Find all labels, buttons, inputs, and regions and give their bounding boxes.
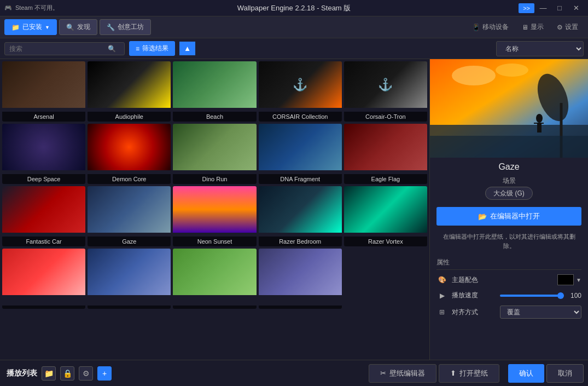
speed-value: 100 <box>565 292 581 299</box>
preview-title: Gaze <box>430 158 588 176</box>
filter-button[interactable]: ≡ 筛选结果 <box>129 41 175 56</box>
wall-label-demoncore: Demon Core <box>88 174 171 184</box>
installed-icon: 📁 <box>11 24 20 31</box>
wall-thumb-audiophile <box>88 61 171 108</box>
wall-thumb-arsenal <box>2 61 85 108</box>
color-dropdown-arrow[interactable]: ▼ <box>576 277 581 283</box>
wall-label-razervortex: Razer Vortex <box>344 237 427 246</box>
open-wallpaper-label: 打开壁纸 <box>459 368 488 378</box>
wall-label-razer: Razer Bedroom <box>259 237 342 246</box>
playlist-gear-button[interactable]: ⚙ <box>79 366 93 381</box>
scissors-icon: ✂ <box>380 369 386 377</box>
wallpaper-editor-label: 壁纸编辑器 <box>389 368 425 378</box>
svg-rect-5 <box>537 123 542 132</box>
display-button[interactable]: 🖥 显示 <box>516 20 549 34</box>
skip-button[interactable]: >> <box>519 3 534 13</box>
wall-thumb-row4c <box>173 249 256 295</box>
speed-fill <box>500 295 561 297</box>
speed-thumb[interactable] <box>557 292 564 299</box>
close-button[interactable]: ✕ <box>568 2 584 14</box>
theme-color-row: 🎨 主题配色 ▼ <box>436 274 581 285</box>
settings-button[interactable]: ⚙ 设置 <box>551 20 584 34</box>
wall-thumb-dinorun <box>173 124 256 170</box>
wallpaper-item-arsenal[interactable]: Arsenal <box>2 61 85 122</box>
confirm-button[interactable]: 确认 <box>508 364 544 383</box>
wallpaper-item-row4c[interactable] <box>173 249 256 309</box>
wallpaper-item-audiophile[interactable]: Audiophile <box>88 61 171 122</box>
wallpaper-item-gaze[interactable]: Gaze <box>88 186 171 246</box>
wall-thumb-demoncore <box>88 124 171 170</box>
wallpaper-item-corsair[interactable]: iCUE ENABLED ⚓ CORSAIR Collection <box>259 61 342 122</box>
mobile-icon: 📱 <box>472 24 480 31</box>
right-panel: Gaze 场景 大众级 (G) 📂 在编辑器中打开 在编辑器中打开此壁纸，以对其… <box>429 59 588 360</box>
wallpaper-editor-button[interactable]: ✂ 壁纸编辑器 <box>369 364 436 383</box>
wallpaper-item-dna[interactable]: DNA Fragment <box>259 124 342 184</box>
wall-label-gaze: Gaze <box>88 237 171 246</box>
wallpaper-item-row4d[interactable] <box>259 249 342 309</box>
wall-label-corsair2: Corsair-O-Tron <box>344 112 427 122</box>
mobile-button[interactable]: 📱 移动设备 <box>467 20 514 34</box>
wallpaper-item-deepspace[interactable]: Deep Space <box>2 124 85 184</box>
wall-label-dinorun: Dino Run <box>173 174 256 184</box>
wall-label-row4b <box>88 306 171 309</box>
wallpaper-item-row4b[interactable] <box>88 249 171 309</box>
wallpaper-item-dinorun[interactable]: Dino Run <box>173 124 256 184</box>
speed-slider[interactable] <box>500 295 561 297</box>
wall-label-neonsunset: Neon Sunset <box>173 237 256 246</box>
workshop-button[interactable]: 🔧 创意工坊 <box>100 19 151 35</box>
installed-button[interactable]: 📁 已安装 ▼ <box>4 19 57 35</box>
minimize-button[interactable]: — <box>535 2 551 14</box>
speed-label: 播放速度 <box>452 291 496 300</box>
open-wallpaper-button[interactable]: ⬆ 打开壁纸 <box>439 364 499 383</box>
wallpaper-item-beach[interactable]: Beach <box>173 61 256 122</box>
wallpaper-item-demoncore[interactable]: Demon Core <box>88 124 171 184</box>
wall-thumb-razervortex <box>344 186 427 233</box>
playlist-add-button[interactable]: + <box>97 366 112 381</box>
playlist-folder-button[interactable]: 📁 <box>42 366 56 381</box>
wall-thumb-row4d <box>259 249 342 295</box>
align-select[interactable]: 覆盖 <box>500 306 581 319</box>
wall-label-row4d <box>259 306 342 309</box>
title-bar: 🎮 Steam 不可用。 Wallpaper Engine 2.2.18 - S… <box>0 0 588 16</box>
color-swatch[interactable] <box>557 274 574 285</box>
installed-label: 已安装 <box>22 22 42 32</box>
wallpaper-item-neonsunset[interactable]: Neon Sunset <box>173 186 256 246</box>
sort-select[interactable]: 名称 <box>496 41 584 56</box>
align-row: ⊞ 对齐方式 覆盖 <box>436 306 581 319</box>
wallpaper-item-fantasticcar[interactable]: Fantastic Car <box>2 186 85 246</box>
filter-arrow-button[interactable]: ▲ <box>179 42 195 55</box>
svg-point-9 <box>496 64 528 77</box>
bottom-actions: ✂ 壁纸编辑器 ⬆ 打开壁纸 <box>364 364 504 383</box>
wallpaper-item-corsair2[interactable]: iCUE ENABLED ⚓ Corsair-O-Tron <box>344 61 427 122</box>
search-icon: 🔍 <box>108 45 116 53</box>
wall-thumb-gaze <box>88 186 171 233</box>
wallpaper-item-row4a[interactable] <box>2 249 85 309</box>
open-editor-label: 在编辑器中打开 <box>490 211 540 221</box>
play-icon: ▶ <box>436 292 447 299</box>
svg-point-4 <box>536 114 543 123</box>
playlist-lock-button[interactable]: 🔒 <box>60 366 74 381</box>
open-editor-button[interactable]: 📂 在编辑器中打开 <box>436 207 581 226</box>
speed-control: 100 <box>500 292 581 299</box>
wall-label-row4c <box>173 306 256 309</box>
search-input[interactable] <box>9 45 108 53</box>
wall-thumb-neonsunset <box>173 186 256 233</box>
wall-thumb-dna <box>259 124 342 170</box>
window-title: Wallpaper Engine 2.2.18 - Steam 版 <box>237 3 351 13</box>
confirm-cancel-section: 确认 取消 <box>504 364 588 383</box>
cancel-button[interactable]: 取消 <box>546 364 584 383</box>
wallpaper-item-eagleflag[interactable]: Eagle Flag <box>344 124 427 184</box>
wallpaper-item-razer[interactable]: Razer Bedroom <box>259 186 342 246</box>
wallpaper-item-razervortex[interactable]: Razer Vortex <box>344 186 427 246</box>
steam-status-text: Steam 不可用。 <box>15 4 59 12</box>
maximize-button[interactable]: □ <box>552 2 567 14</box>
speed-row: ▶ 播放速度 100 <box>436 291 581 300</box>
wall-thumb-corsair2: ⚓ <box>344 61 427 108</box>
installed-arrow: ▼ <box>45 25 50 30</box>
wall-label-row4a <box>2 306 85 309</box>
search-input-wrap[interactable]: 🔍 <box>4 42 125 55</box>
discover-button[interactable]: 🔍 发现 <box>59 19 97 35</box>
svg-rect-6 <box>534 123 537 124</box>
wall-thumb-eagleflag <box>344 124 427 170</box>
wall-thumb-razer <box>259 186 342 233</box>
